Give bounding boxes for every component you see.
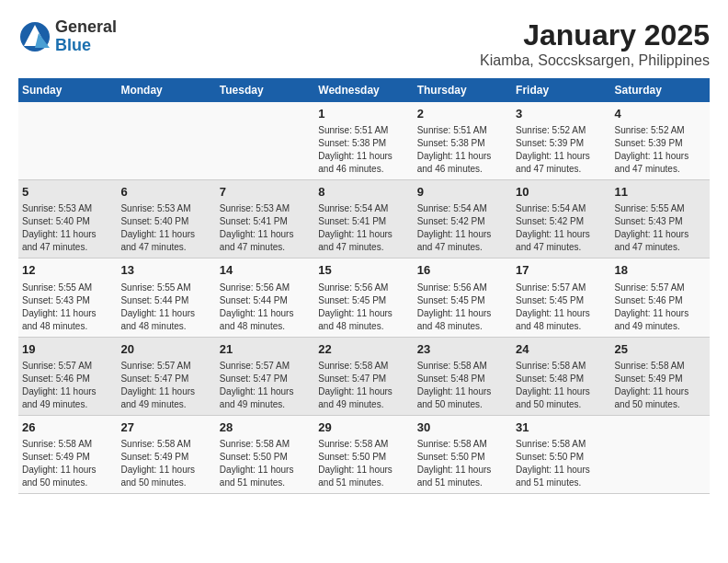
day-number: 9 xyxy=(417,184,508,201)
calendar-cell: 20Sunrise: 5:57 AMSunset: 5:47 PMDayligh… xyxy=(117,337,215,415)
calendar-table: SundayMondayTuesdayWednesdayThursdayFrid… xyxy=(18,78,710,494)
calendar-cell: 2Sunrise: 5:51 AMSunset: 5:38 PMDaylight… xyxy=(414,102,512,180)
calendar-cell: 5Sunrise: 5:53 AMSunset: 5:40 PMDaylight… xyxy=(18,180,117,259)
week-row-1: 1Sunrise: 5:51 AMSunset: 5:38 PMDaylight… xyxy=(18,102,710,180)
day-number: 11 xyxy=(615,184,706,201)
logo-text: General Blue xyxy=(55,18,117,55)
day-info: Sunrise: 5:54 AMSunset: 5:41 PMDaylight:… xyxy=(318,202,409,254)
day-info: Sunrise: 5:55 AMSunset: 5:43 PMDaylight:… xyxy=(615,202,706,254)
day-info: Sunrise: 5:57 AMSunset: 5:46 PMDaylight:… xyxy=(615,282,706,333)
day-info: Sunrise: 5:55 AMSunset: 5:43 PMDaylight:… xyxy=(22,282,113,333)
calendar-cell: 29Sunrise: 5:58 AMSunset: 5:50 PMDayligh… xyxy=(314,415,413,493)
calendar-cell xyxy=(18,102,117,180)
calendar-cell: 10Sunrise: 5:54 AMSunset: 5:42 PMDayligh… xyxy=(512,180,610,259)
calendar-cell: 27Sunrise: 5:58 AMSunset: 5:49 PMDayligh… xyxy=(117,415,215,493)
calendar-title: January 2025 xyxy=(480,18,710,52)
day-info: Sunrise: 5:58 AMSunset: 5:49 PMDaylight:… xyxy=(22,438,113,489)
calendar-body: 1Sunrise: 5:51 AMSunset: 5:38 PMDaylight… xyxy=(18,102,710,493)
calendar-cell: 4Sunrise: 5:52 AMSunset: 5:39 PMDaylight… xyxy=(611,102,710,180)
calendar-cell: 19Sunrise: 5:57 AMSunset: 5:46 PMDayligh… xyxy=(18,337,117,415)
day-number: 29 xyxy=(318,419,409,436)
day-info: Sunrise: 5:53 AMSunset: 5:40 PMDaylight:… xyxy=(22,202,113,254)
day-header-thursday: Thursday xyxy=(414,78,512,102)
day-header-tuesday: Tuesday xyxy=(216,78,314,102)
day-number: 3 xyxy=(516,106,607,122)
day-info: Sunrise: 5:53 AMSunset: 5:41 PMDaylight:… xyxy=(220,202,311,254)
day-number: 10 xyxy=(516,184,607,201)
day-info: Sunrise: 5:58 AMSunset: 5:48 PMDaylight:… xyxy=(417,360,508,411)
title-block: January 2025 Kiamba, Soccsksargen, Phili… xyxy=(480,18,710,69)
calendar-cell: 25Sunrise: 5:58 AMSunset: 5:49 PMDayligh… xyxy=(611,337,710,415)
calendar-cell: 1Sunrise: 5:51 AMSunset: 5:38 PMDaylight… xyxy=(314,102,413,180)
day-header-sunday: Sunday xyxy=(18,78,117,102)
day-info: Sunrise: 5:57 AMSunset: 5:47 PMDaylight:… xyxy=(220,360,311,411)
day-number: 5 xyxy=(22,184,113,201)
calendar-subtitle: Kiamba, Soccsksargen, Philippines xyxy=(480,52,710,69)
day-number: 8 xyxy=(318,184,409,201)
calendar-cell: 30Sunrise: 5:58 AMSunset: 5:50 PMDayligh… xyxy=(414,415,512,493)
day-info: Sunrise: 5:58 AMSunset: 5:50 PMDaylight:… xyxy=(220,438,311,489)
day-info: Sunrise: 5:56 AMSunset: 5:45 PMDaylight:… xyxy=(417,282,508,333)
day-info: Sunrise: 5:58 AMSunset: 5:47 PMDaylight:… xyxy=(318,360,409,411)
day-number: 2 xyxy=(417,106,508,122)
calendar-cell: 18Sunrise: 5:57 AMSunset: 5:46 PMDayligh… xyxy=(611,259,710,337)
day-number: 21 xyxy=(220,341,311,358)
day-info: Sunrise: 5:58 AMSunset: 5:49 PMDaylight:… xyxy=(120,438,211,489)
day-number: 22 xyxy=(318,341,409,358)
logo-general: General xyxy=(55,18,117,37)
calendar-cell: 16Sunrise: 5:56 AMSunset: 5:45 PMDayligh… xyxy=(414,259,512,337)
week-row-5: 26Sunrise: 5:58 AMSunset: 5:49 PMDayligh… xyxy=(18,415,710,493)
logo-icon xyxy=(18,20,51,53)
day-info: Sunrise: 5:53 AMSunset: 5:40 PMDaylight:… xyxy=(120,202,211,254)
day-info: Sunrise: 5:52 AMSunset: 5:39 PMDaylight:… xyxy=(615,124,706,176)
day-info: Sunrise: 5:57 AMSunset: 5:45 PMDaylight:… xyxy=(516,282,607,333)
logo-blue: Blue xyxy=(55,37,117,55)
day-info: Sunrise: 5:51 AMSunset: 5:38 PMDaylight:… xyxy=(417,124,508,176)
calendar-header: SundayMondayTuesdayWednesdayThursdayFrid… xyxy=(18,78,710,102)
day-number: 20 xyxy=(120,341,211,358)
day-number: 18 xyxy=(615,262,706,279)
calendar-cell: 14Sunrise: 5:56 AMSunset: 5:44 PMDayligh… xyxy=(216,259,314,337)
calendar-cell: 22Sunrise: 5:58 AMSunset: 5:47 PMDayligh… xyxy=(314,337,413,415)
day-number: 25 xyxy=(615,341,706,358)
calendar-cell: 12Sunrise: 5:55 AMSunset: 5:43 PMDayligh… xyxy=(18,259,117,337)
day-number: 13 xyxy=(120,262,211,279)
calendar-cell: 15Sunrise: 5:56 AMSunset: 5:45 PMDayligh… xyxy=(314,259,413,337)
day-number: 23 xyxy=(417,341,508,358)
day-number: 19 xyxy=(22,341,113,358)
day-info: Sunrise: 5:58 AMSunset: 5:50 PMDaylight:… xyxy=(417,438,508,489)
week-row-2: 5Sunrise: 5:53 AMSunset: 5:40 PMDaylight… xyxy=(18,180,710,259)
day-number: 14 xyxy=(220,262,311,279)
day-info: Sunrise: 5:56 AMSunset: 5:45 PMDaylight:… xyxy=(318,282,409,333)
day-info: Sunrise: 5:54 AMSunset: 5:42 PMDaylight:… xyxy=(417,202,508,254)
calendar-cell: 7Sunrise: 5:53 AMSunset: 5:41 PMDaylight… xyxy=(216,180,314,259)
calendar-cell xyxy=(216,102,314,180)
calendar-cell: 11Sunrise: 5:55 AMSunset: 5:43 PMDayligh… xyxy=(611,180,710,259)
calendar-cell: 21Sunrise: 5:57 AMSunset: 5:47 PMDayligh… xyxy=(216,337,314,415)
day-info: Sunrise: 5:58 AMSunset: 5:49 PMDaylight:… xyxy=(615,360,706,411)
day-header-friday: Friday xyxy=(512,78,610,102)
day-info: Sunrise: 5:52 AMSunset: 5:39 PMDaylight:… xyxy=(516,124,607,176)
day-number: 17 xyxy=(516,262,607,279)
day-number: 7 xyxy=(220,184,311,201)
day-number: 4 xyxy=(615,106,706,122)
days-of-week-row: SundayMondayTuesdayWednesdayThursdayFrid… xyxy=(18,78,710,102)
day-number: 31 xyxy=(516,419,607,436)
day-info: Sunrise: 5:58 AMSunset: 5:48 PMDaylight:… xyxy=(516,360,607,411)
calendar-cell xyxy=(611,415,710,493)
day-number: 16 xyxy=(417,262,508,279)
week-row-3: 12Sunrise: 5:55 AMSunset: 5:43 PMDayligh… xyxy=(18,259,710,337)
day-info: Sunrise: 5:55 AMSunset: 5:44 PMDaylight:… xyxy=(120,282,211,333)
calendar-cell: 13Sunrise: 5:55 AMSunset: 5:44 PMDayligh… xyxy=(117,259,215,337)
day-number: 12 xyxy=(22,262,113,279)
day-info: Sunrise: 5:54 AMSunset: 5:42 PMDaylight:… xyxy=(516,202,607,254)
calendar-cell: 28Sunrise: 5:58 AMSunset: 5:50 PMDayligh… xyxy=(216,415,314,493)
day-number: 24 xyxy=(516,341,607,358)
calendar-cell xyxy=(117,102,215,180)
day-info: Sunrise: 5:58 AMSunset: 5:50 PMDaylight:… xyxy=(318,438,409,489)
day-header-monday: Monday xyxy=(117,78,215,102)
day-number: 6 xyxy=(120,184,211,201)
day-header-saturday: Saturday xyxy=(611,78,710,102)
day-info: Sunrise: 5:58 AMSunset: 5:50 PMDaylight:… xyxy=(516,438,607,489)
day-number: 27 xyxy=(120,419,211,436)
